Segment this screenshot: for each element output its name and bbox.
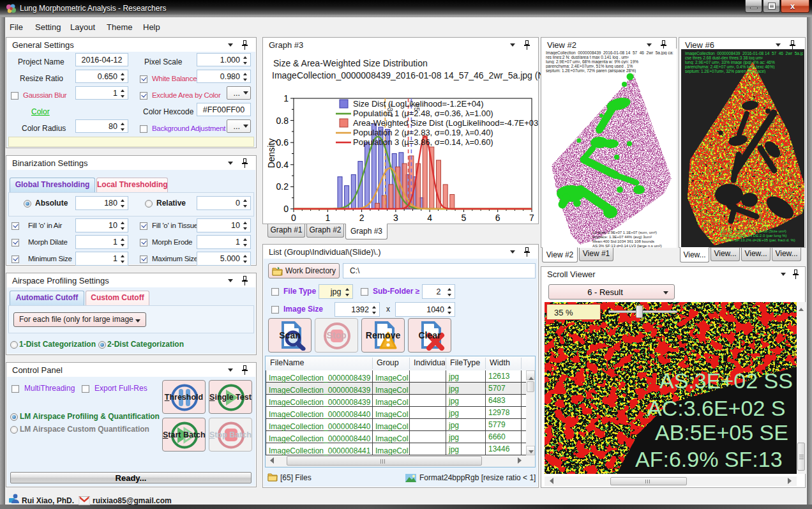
svg-text:Density: Density [266,139,276,169]
svg-text:5: 5 [462,213,467,223]
svg-text:0: 0 [291,213,296,223]
svg-text:1: 1 [325,213,330,223]
svg-text:0.6: 0.6 [276,137,289,148]
svg-text:4: 4 [427,213,432,223]
svg-text:Population 3 (μ=3.86, σ=0.14,: Population 3 (μ=3.86, σ=0.14, λ=0.60) [353,137,493,147]
svg-text:3: 3 [393,213,398,223]
svg-text:Population 2 (μ=2.83, σ=0.19,: Population 2 (μ=2.83, σ=0.19, λ=0.40) [353,128,493,137]
svg-text:0.8: 0.8 [276,116,289,126]
svg-text:2: 2 [359,213,365,223]
svg-text:Area-Weighted Size Dist (LogLi: Area-Weighted Size Dist (LogLikelihood=-… [353,118,538,128]
svg-text:1: 1 [283,93,289,103]
svg-text:6: 6 [495,213,500,223]
svg-text:Population 1 (μ=2.48, σ=0.36,: Population 1 (μ=2.48, σ=0.36, λ=1.00) [353,109,493,118]
svg-text:Size Dist (LogLikelihood=-1.2E: Size Dist (LogLikelihood=-1.2E+04) [353,99,484,109]
svg-text:7: 7 [529,213,534,223]
svg-text:0.2: 0.2 [276,181,289,192]
svg-text:0: 0 [283,204,289,214]
svg-text:0.4: 0.4 [276,160,289,170]
